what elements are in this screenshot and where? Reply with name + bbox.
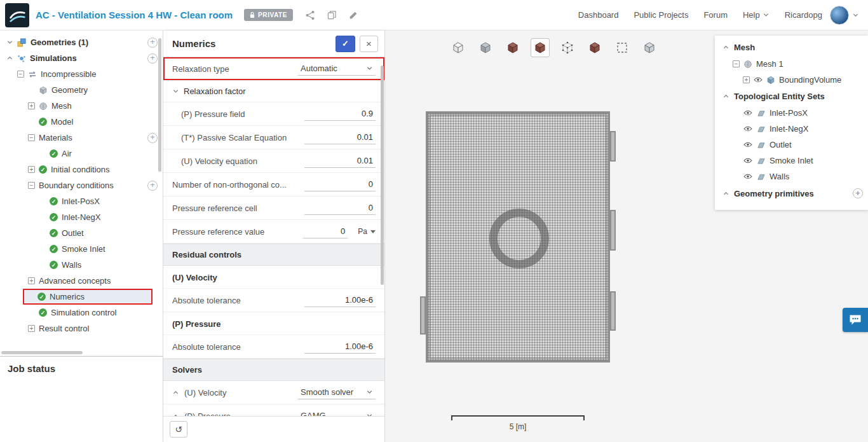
- tree-item-walls[interactable]: ✓Walls: [0, 257, 163, 273]
- select-relaxation-type[interactable]: Automatic: [298, 62, 376, 76]
- scene-section-geometry-primitives[interactable]: Geometry primitives+: [715, 184, 868, 202]
- input-pressure-reference-cell[interactable]: 0: [304, 201, 376, 215]
- nav-item-label: Dashboard: [578, 10, 619, 20]
- tree-item-geometry[interactable]: Geometry: [0, 82, 163, 98]
- input-absolute-tolerance[interactable]: 1.00e-6: [304, 293, 376, 307]
- input-u-velocity-equation[interactable]: 0.01: [304, 154, 376, 168]
- tree-item-label: Materials: [39, 133, 72, 142]
- add-button[interactable]: +: [147, 38, 158, 48]
- tree-item-inlet-negx[interactable]: ✓Inlet-NegX: [0, 209, 163, 225]
- geometry-surfaces-icon[interactable]: [476, 38, 495, 57]
- mesh-icon: [39, 102, 48, 111]
- tree-item-materials[interactable]: −Materials+: [0, 130, 163, 146]
- expand-toggle[interactable]: +: [28, 325, 35, 332]
- left-tree-hscrollbar[interactable]: [1, 351, 83, 354]
- close-panel-button[interactable]: ×: [360, 36, 378, 52]
- collapse-toggle[interactable]: −: [733, 60, 740, 67]
- input-pressure-reference-value[interactable]: 0: [303, 224, 348, 238]
- collapse-toggle[interactable]: −: [28, 134, 35, 141]
- box-select-icon[interactable]: [613, 38, 632, 57]
- add-button[interactable]: +: [147, 181, 158, 191]
- tree-item-initial-conditions[interactable]: +✓Initial conditions: [0, 162, 163, 177]
- tree-item-geometries-1[interactable]: Geometries (1)+: [0, 34, 163, 50]
- tree-item-advanced-concepts[interactable]: +Advanced concepts: [0, 273, 163, 289]
- input-number-of-non-orthogonal-co[interactable]: 0: [304, 177, 376, 191]
- nav-item-dashboard[interactable]: Dashboard: [578, 10, 619, 20]
- setting-label: Pressure reference value: [172, 227, 298, 237]
- add-button[interactable]: +: [853, 188, 863, 198]
- apply-button[interactable]: ✓: [336, 36, 355, 52]
- copy-icon[interactable]: [325, 8, 339, 22]
- check-icon: ✓: [50, 149, 58, 158]
- tree-item-air[interactable]: ✓Air: [0, 146, 163, 162]
- tree-item-label: Walls: [62, 260, 81, 270]
- volume-mesh-view-icon[interactable]: [503, 38, 522, 57]
- scene-tree-panel: Mesh−Mesh 1+BoundingVolumeTopological En…: [715, 36, 868, 210]
- select-u-velocity[interactable]: Smooth solver: [298, 385, 376, 399]
- left-tree-scrollbar[interactable]: [158, 38, 161, 172]
- scene-item-outlet[interactable]: Outlet: [715, 137, 868, 153]
- input-absolute-tolerance[interactable]: 1.00e-6: [304, 340, 376, 354]
- username[interactable]: Ricardopg: [785, 10, 822, 20]
- scene-item-smoke-inlet[interactable]: Smoke Inlet: [715, 153, 868, 169]
- tree-item-simulation-control[interactable]: ✓Simulation control: [0, 305, 163, 321]
- scene-item-inlet-posx[interactable]: Inlet-PosX: [715, 105, 868, 121]
- add-button[interactable]: +: [147, 53, 158, 64]
- app-logo[interactable]: [5, 3, 29, 27]
- nav-item-public-projects[interactable]: Public Projects: [634, 10, 688, 20]
- input-p-pressure-field[interactable]: 0.9: [304, 107, 376, 121]
- expand-toggle[interactable]: +: [28, 102, 35, 109]
- scene-item-walls[interactable]: Walls: [715, 169, 868, 184]
- scene-item-inlet-negx[interactable]: Inlet-NegX: [715, 121, 868, 137]
- avatar[interactable]: [830, 6, 849, 25]
- input-t-passive-scalar-equation[interactable]: 0.01: [304, 130, 376, 144]
- tree-item-simulations[interactable]: Simulations+: [0, 50, 163, 66]
- collapse-toggle[interactable]: −: [28, 182, 35, 189]
- viewport-3d[interactable]: 5 [m] Mesh−Mesh 1+BoundingVolumeTopologi…: [385, 31, 868, 442]
- tree-item-smoke-inlet[interactable]: ✓Smoke Inlet: [0, 241, 163, 257]
- share-icon[interactable]: [303, 8, 317, 22]
- unit-selector[interactable]: Pa: [358, 227, 376, 236]
- account-menu-chevron-icon[interactable]: [852, 11, 859, 18]
- setting-row-absolute-tolerance: Absolute tolerance1.00e-6: [163, 335, 384, 359]
- nav-item-forum[interactable]: Forum: [703, 10, 728, 20]
- edit-icon[interactable]: [346, 8, 360, 22]
- surface-mesh-view-icon[interactable]: [531, 38, 550, 57]
- tree-item-incompressible[interactable]: −Incompressible: [0, 66, 163, 82]
- nav-item-help[interactable]: Help: [743, 10, 770, 20]
- mesh-clip-icon[interactable]: [585, 38, 604, 57]
- mesh-quality-icon[interactable]: [640, 38, 659, 57]
- expand-toggle[interactable]: +: [28, 166, 35, 173]
- chat-button[interactable]: [843, 308, 868, 332]
- settings-rows: Relaxation typeAutomaticRelaxation facto…: [163, 57, 384, 416]
- visibility-eye-icon: [743, 173, 752, 180]
- tree-item-boundary-conditions[interactable]: −Boundary conditions+: [0, 177, 163, 193]
- scene-section-topological-entity-sets[interactable]: Topological Entity Sets: [715, 88, 868, 105]
- tree-item-result-control[interactable]: +Result control: [0, 321, 163, 336]
- select-p-pressure[interactable]: GAMG: [298, 409, 376, 416]
- expand-toggle[interactable]: +: [28, 277, 35, 284]
- tree-item-inlet-posx[interactable]: ✓Inlet-PosX: [0, 193, 163, 209]
- chevron-down-icon: [366, 412, 373, 416]
- scene-item-mesh-1[interactable]: −Mesh 1: [715, 56, 868, 72]
- scene-section-mesh[interactable]: Mesh: [715, 39, 868, 56]
- tree-item-model[interactable]: ✓Model: [0, 114, 163, 130]
- mesh-render[interactable]: [426, 111, 610, 363]
- main-area: Geometries (1)+Simulations+−Incompressib…: [0, 31, 868, 442]
- undo-button[interactable]: ↺: [170, 421, 187, 438]
- expand-toggle[interactable]: +: [743, 76, 750, 83]
- add-button[interactable]: +: [147, 133, 158, 143]
- group-toggle-relaxation-factor[interactable]: Relaxation factor: [163, 81, 384, 102]
- collapse-toggle[interactable]: −: [17, 71, 24, 78]
- visibility-eye-icon: [743, 125, 752, 132]
- check-icon: ✓: [50, 245, 58, 253]
- setting-row-p-pressure-field: (P) Pressure field0.9: [163, 102, 384, 126]
- mesh-nodes-icon[interactable]: [558, 38, 577, 57]
- tree-item-numerics[interactable]: ✓Numerics: [23, 289, 153, 305]
- tree-item-outlet[interactable]: ✓Outlet: [0, 225, 163, 241]
- visibility-cube-icon[interactable]: [449, 38, 468, 57]
- scene-item-boundingvolume[interactable]: +BoundingVolume: [715, 72, 868, 88]
- tree-item-mesh[interactable]: +Mesh: [0, 98, 163, 114]
- settings-scrollbar[interactable]: [381, 66, 384, 285]
- setting-label: (T*) Passive Scalar Equation: [181, 133, 299, 142]
